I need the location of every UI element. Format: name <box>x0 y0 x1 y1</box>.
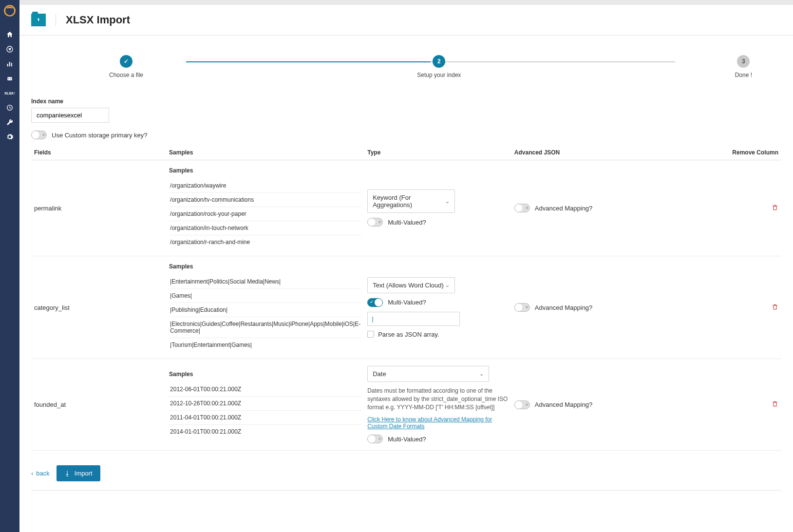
date-format-hint: Dates must be formatted according to one… <box>367 387 509 411</box>
type-select[interactable]: Date⌄ <box>367 366 489 382</box>
multi-valued-label: Multi-Valued? <box>388 299 426 306</box>
type-select[interactable]: Text (Allows Word Cloud)⌄ <box>367 277 455 293</box>
sample-item: /organization/rock-your-paper <box>169 207 361 221</box>
col-advanced: Advanced JSON <box>511 145 726 160</box>
date-mapping-link[interactable]: Click Here to know about Advanced Mappin… <box>367 416 509 430</box>
sample-item: |Electronics|Guides|Coffee|Restaurants|M… <box>169 317 361 338</box>
multi-valued-toggle[interactable] <box>367 298 383 307</box>
compass-icon[interactable] <box>0 42 19 57</box>
table-row: category_listSamples|Entertainment|Polit… <box>31 256 781 359</box>
parse-json-array-label: Parse as JSON array. <box>378 331 439 338</box>
multi-valued-label: Multi-Valued? <box>388 219 426 226</box>
svg-rect-4 <box>11 63 12 66</box>
col-samples: Samples <box>166 145 364 160</box>
chevron-down-icon: ⌄ <box>445 282 450 288</box>
main: XLSX Import ✓ Choose a file 2 Setup your… <box>19 0 793 532</box>
chevron-down-icon: ⌄ <box>445 198 450 205</box>
step-badge: 3 <box>737 55 750 68</box>
samples-heading: Samples <box>169 167 361 176</box>
sample-item: /organization/waywire <box>169 179 361 193</box>
sample-item: 2014-01-01T00:00:21.000Z <box>169 425 361 438</box>
chevron-down-icon: ⌄ <box>479 371 484 377</box>
samples-heading: Samples <box>169 371 361 380</box>
advanced-mapping-toggle[interactable] <box>514 204 530 212</box>
index-name-label: Index name <box>31 98 781 105</box>
svg-point-6 <box>8 78 9 79</box>
footer-actions: ‹ back ⭳ Import <box>31 460 781 481</box>
type-select[interactable]: Keyword (For Aggregations)⌄ <box>367 190 455 213</box>
remove-column-button[interactable] <box>772 204 778 212</box>
fields-table: Fields Samples Type Advanced JSON Remove… <box>31 145 781 451</box>
field-name: founded_at <box>31 359 166 451</box>
chevron-left-icon: ‹ <box>31 470 33 477</box>
index-name-input[interactable] <box>31 108 109 123</box>
separator-input[interactable] <box>367 312 460 326</box>
col-type: Type <box>364 145 511 160</box>
sample-item: 2012-06-01T00:00:21.000Z <box>169 382 361 397</box>
field-name: category_list <box>31 256 166 359</box>
page-header: XLSX Import <box>19 5 793 36</box>
import-button[interactable]: ⭳ Import <box>57 465 100 481</box>
table-row: founded_atSamples2012-06-01T00:00:21.000… <box>31 359 781 451</box>
step-done: 3 Done ! <box>735 55 752 78</box>
custom-pk-label: Use Custom storage primary key? <box>52 132 148 139</box>
wizard-stepper: ✓ Choose a file 2 Setup your index 3 Don… <box>109 55 752 78</box>
sample-item: |Publishing|Education| <box>169 303 361 317</box>
advanced-mapping-label: Advanced Mapping? <box>535 205 593 212</box>
sample-item: /organization/r-ranch-and-mine <box>169 235 361 249</box>
step-badge: ✓ <box>120 55 132 68</box>
bar-chart-icon[interactable] <box>0 57 19 71</box>
topbar <box>19 0 793 5</box>
remove-column-button[interactable] <box>772 304 778 312</box>
robot-icon[interactable] <box>0 71 19 86</box>
sample-item: /organization/in-touch-network <box>169 221 361 235</box>
wrench-icon[interactable] <box>0 115 19 130</box>
download-icon: ⭳ <box>64 470 71 477</box>
col-fields: Fields <box>31 145 166 160</box>
table-row: permalinkSamples/organization/waywire/or… <box>31 160 781 256</box>
advanced-mapping-toggle[interactable] <box>514 303 530 312</box>
sample-item: 2011-04-01T00:00:21.000Z <box>169 411 361 425</box>
back-button[interactable]: ‹ back <box>31 470 50 477</box>
field-name: permalink <box>31 160 166 256</box>
sample-item: 2012-10-26T00:00:21.000Z <box>169 397 361 411</box>
sample-item: |Games| <box>169 289 361 303</box>
import-folder-icon <box>31 14 46 26</box>
advanced-mapping-toggle[interactable] <box>514 400 530 409</box>
sidebar: XLSX↑ <box>0 0 19 532</box>
parse-json-array-checkbox[interactable] <box>367 331 374 338</box>
step-badge: 2 <box>433 55 445 68</box>
page-title: XLSX Import <box>56 14 130 26</box>
custom-pk-toggle[interactable] <box>31 131 47 139</box>
multi-valued-toggle[interactable] <box>367 218 383 227</box>
step-choose-file[interactable]: ✓ Choose a file <box>109 55 143 78</box>
multi-valued-toggle[interactable] <box>367 435 383 443</box>
home-icon[interactable] <box>0 27 19 42</box>
advanced-mapping-label: Advanced Mapping? <box>535 304 593 311</box>
sample-item: |Tourism|Entertainment|Games| <box>169 338 361 352</box>
svg-rect-5 <box>7 77 12 80</box>
sample-item: |Entertainment|Politics|Social Media|New… <box>169 275 361 289</box>
remove-column-button[interactable] <box>772 400 778 409</box>
samples-heading: Samples <box>169 263 361 272</box>
svg-rect-3 <box>9 62 10 66</box>
app-logo-icon <box>3 4 17 18</box>
sample-item: /organization/tv-communications <box>169 193 361 207</box>
history-icon[interactable] <box>0 100 19 115</box>
gear-icon[interactable] <box>0 130 19 144</box>
step-setup-index[interactable]: 2 Setup your index <box>417 55 461 78</box>
col-remove: Remove Column <box>726 145 781 160</box>
svg-point-7 <box>10 78 11 79</box>
svg-rect-2 <box>7 64 8 66</box>
advanced-mapping-label: Advanced Mapping? <box>535 401 593 408</box>
xlsx-import-icon[interactable]: XLSX↑ <box>0 86 19 100</box>
multi-valued-label: Multi-Valued? <box>388 436 426 443</box>
